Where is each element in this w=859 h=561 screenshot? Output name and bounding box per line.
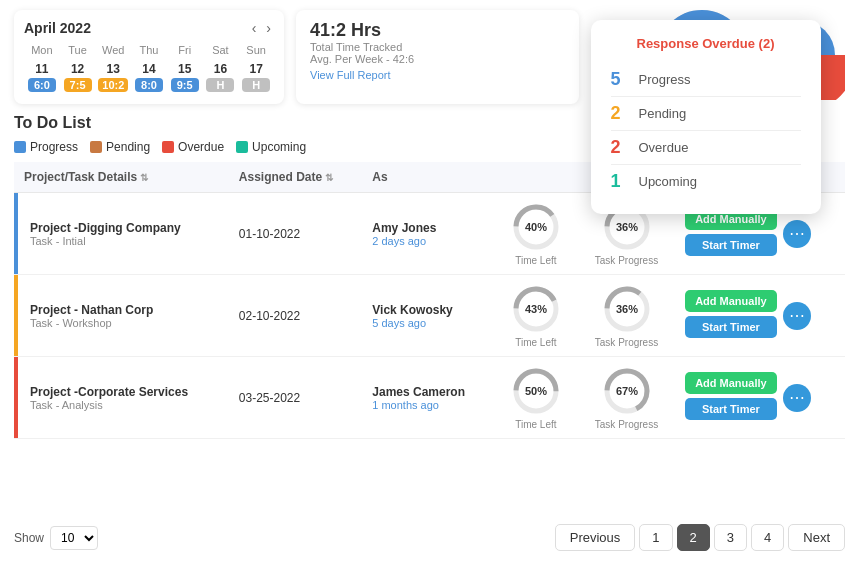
- show-label: Show 10 25 50: [14, 526, 98, 550]
- action-buttons: Add Manually Start Timer: [685, 208, 777, 260]
- svg-text:67%: 67%: [615, 385, 637, 397]
- day-label: Fri: [167, 44, 203, 56]
- popup-num: 5: [611, 69, 631, 90]
- time-label2: Avg. Per Week - 42:6: [310, 53, 565, 65]
- time-left-cell: 43% Time Left: [494, 275, 578, 357]
- add-manually-button[interactable]: Add Manually: [685, 372, 777, 394]
- calendar-date-cell[interactable]: 148:0: [131, 60, 167, 94]
- task-progress-label: Task Progress: [595, 337, 658, 348]
- legend-dot: [90, 141, 102, 153]
- start-timer-button[interactable]: Start Timer: [685, 398, 777, 420]
- status-indicator: [14, 357, 18, 438]
- status-indicator: [14, 193, 18, 274]
- svg-text:36%: 36%: [615, 303, 637, 315]
- date-number: 14: [142, 62, 155, 76]
- date-badge: 7:5: [64, 78, 92, 92]
- legend-label: Upcoming: [252, 140, 306, 154]
- time-ago: 1 months ago: [372, 399, 484, 411]
- add-manually-button[interactable]: Add Manually: [685, 290, 777, 312]
- legend-item: Pending: [90, 140, 150, 154]
- assignee-cell: Amy Jones 2 days ago: [362, 193, 494, 275]
- calendar-date-cell[interactable]: 159:5: [167, 60, 203, 94]
- th-label: Assigned Date: [239, 170, 322, 184]
- view-full-report-link[interactable]: View Full Report: [310, 69, 391, 81]
- th-assigned-date: Assigned Date⇅: [229, 162, 362, 193]
- calendar-date-cell[interactable]: 127:5: [60, 60, 96, 94]
- th-assignee: As: [362, 162, 494, 193]
- day-label: Mon: [24, 44, 60, 56]
- previous-button[interactable]: Previous: [555, 524, 636, 551]
- date-badge: 10:2: [98, 78, 128, 92]
- calendar-nav[interactable]: ‹ ›: [249, 20, 274, 36]
- popup-num: 2: [611, 137, 631, 158]
- th-time-left: [494, 162, 578, 193]
- popup-num: 2: [611, 103, 631, 124]
- legend-item: Upcoming: [236, 140, 306, 154]
- sort-icon: ⇅: [140, 172, 148, 183]
- legend-item: Overdue: [162, 140, 224, 154]
- day-label: Wed: [95, 44, 131, 56]
- more-options-button[interactable]: ⋯: [783, 302, 811, 330]
- task-name: Task - Workshop: [30, 317, 219, 329]
- assignee-cell: James Cameron 1 months ago: [362, 357, 494, 439]
- task-name: Task - Analysis: [30, 399, 219, 411]
- assignee-name: Amy Jones: [372, 221, 484, 235]
- page-button-1[interactable]: 1: [639, 524, 672, 551]
- svg-text:43%: 43%: [525, 303, 547, 315]
- calendar-date-cell[interactable]: 1310:2: [95, 60, 131, 94]
- cal-prev-button[interactable]: ‹: [249, 20, 260, 36]
- page-navigation: Previous1234Next: [555, 524, 845, 551]
- show-text: Show: [14, 531, 44, 545]
- show-select[interactable]: 10 25 50: [50, 526, 98, 550]
- svg-text:40%: 40%: [525, 221, 547, 233]
- date-badge: H: [242, 78, 270, 92]
- actions-container: Add Manually Start Timer ⋯: [685, 372, 835, 424]
- action-buttons: Add Manually Start Timer: [685, 290, 777, 342]
- popup-item: 1 Upcoming: [611, 165, 801, 198]
- more-options-button[interactable]: ⋯: [783, 220, 811, 248]
- page-button-2[interactable]: 2: [677, 524, 710, 551]
- task-progress-cell: 36% Task Progress: [578, 275, 675, 357]
- popup-items-list: 5 Progress 2 Pending 2 Overdue 1 Upcomin…: [611, 63, 801, 198]
- calendar-date-cell[interactable]: 16H: [203, 60, 239, 94]
- table-row: Project - Nathan Corp Task - Workshop 02…: [14, 275, 845, 357]
- calendar-date-cell[interactable]: 116:0: [24, 60, 60, 94]
- day-label: Tue: [60, 44, 96, 56]
- task-progress-cell: 67% Task Progress: [578, 357, 675, 439]
- task-details-cell: Project - Nathan Corp Task - Workshop: [14, 275, 229, 357]
- calendar-date-cell[interactable]: 17H: [238, 60, 274, 94]
- day-label: Thu: [131, 44, 167, 56]
- start-timer-button[interactable]: Start Timer: [685, 234, 777, 256]
- page-button-3[interactable]: 3: [714, 524, 747, 551]
- total-hours: 41:2 Hrs: [310, 20, 565, 41]
- date-number: 15: [178, 62, 191, 76]
- calendar-days-header: Mon Tue Wed Thu Fri Sat Sun: [24, 44, 274, 56]
- time-left-wrapper: 50% Time Left: [504, 365, 568, 430]
- legend-dot: [236, 141, 248, 153]
- more-options-button[interactable]: ⋯: [783, 384, 811, 412]
- page-button-4[interactable]: 4: [751, 524, 784, 551]
- time-label1: Total Time Tracked: [310, 41, 565, 53]
- actions-container: Add Manually Start Timer ⋯: [685, 290, 835, 342]
- time-ago: 5 days ago: [372, 317, 484, 329]
- pagination-bar: Show 10 25 50 Previous1234Next: [14, 516, 845, 551]
- time-card: 41:2 Hrs Total Time Tracked Avg. Per Wee…: [296, 10, 579, 104]
- chart-area: Response Overdue (2) 5 Progress 2 Pendin…: [591, 10, 846, 104]
- date-number: 11: [35, 62, 48, 76]
- legend-label: Progress: [30, 140, 78, 154]
- task-progress-wrapper: 67% Task Progress: [588, 365, 665, 430]
- date-number: 17: [249, 62, 262, 76]
- assignee-name: Vick Kowosky: [372, 303, 484, 317]
- next-button[interactable]: Next: [788, 524, 845, 551]
- date-number: 13: [107, 62, 120, 76]
- calendar-title: April 2022: [24, 20, 91, 36]
- start-timer-button[interactable]: Start Timer: [685, 316, 777, 338]
- actions-container: Add Manually Start Timer ⋯: [685, 208, 835, 260]
- popup-label: Pending: [639, 106, 687, 121]
- date-badge: 8:0: [135, 78, 163, 92]
- popup-label: Progress: [639, 72, 691, 87]
- assignee-name: James Cameron: [372, 385, 484, 399]
- cal-next-button[interactable]: ›: [263, 20, 274, 36]
- date-number: 12: [71, 62, 84, 76]
- popup-item: 2 Overdue: [611, 131, 801, 165]
